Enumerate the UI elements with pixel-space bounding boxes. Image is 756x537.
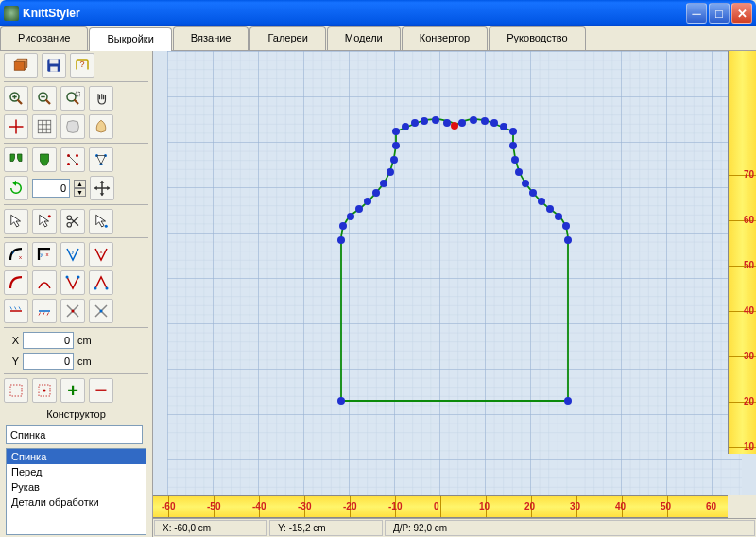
zoom-out-icon[interactable] bbox=[32, 86, 57, 111]
svg-point-59 bbox=[100, 310, 103, 313]
tab-knitting[interactable]: Вязание bbox=[173, 26, 249, 50]
node-points-icon[interactable] bbox=[60, 147, 85, 172]
svg-point-78 bbox=[509, 128, 517, 135]
handle-6-icon[interactable] bbox=[32, 299, 57, 323]
box-icon[interactable] bbox=[4, 53, 38, 78]
svg-rect-60 bbox=[10, 385, 22, 396]
svg-marker-40 bbox=[40, 215, 49, 227]
tab-drawing[interactable]: Рисование bbox=[0, 26, 88, 50]
status-d: Д/Р: 92,0 cm bbox=[385, 520, 755, 536]
tab-patterns[interactable]: Выкройки bbox=[89, 27, 171, 51]
svg-marker-39 bbox=[11, 215, 21, 227]
list-item[interactable]: Рукав bbox=[7, 479, 146, 494]
svg-marker-32 bbox=[12, 181, 16, 186]
y-input[interactable] bbox=[23, 353, 74, 370]
list-item[interactable]: Перед bbox=[7, 464, 146, 479]
grid-icon[interactable] bbox=[32, 114, 57, 139]
parts-listbox[interactable]: Спинка Перед Рукав Детали обработки bbox=[6, 448, 146, 535]
minimize-button[interactable]: ─ bbox=[686, 3, 707, 24]
snap-icon[interactable] bbox=[60, 114, 85, 139]
svg-line-28 bbox=[69, 156, 77, 165]
handle-yx3-icon[interactable]: y bbox=[60, 242, 85, 267]
handle-2-icon[interactable] bbox=[32, 270, 57, 295]
tab-converter[interactable]: Конвертор bbox=[402, 26, 488, 50]
svg-point-89 bbox=[509, 142, 517, 149]
svg-marker-35 bbox=[100, 181, 105, 183]
maximize-button[interactable]: □ bbox=[709, 3, 730, 24]
handle-3-icon[interactable] bbox=[60, 270, 85, 295]
zoom-region-icon[interactable] bbox=[60, 86, 85, 111]
spin-up[interactable]: ▲ bbox=[74, 180, 86, 188]
arrow-points-icon[interactable] bbox=[32, 209, 57, 234]
help-icon[interactable]: ? bbox=[70, 53, 94, 78]
svg-text:x: x bbox=[19, 254, 22, 260]
svg-point-67 bbox=[402, 123, 409, 130]
svg-point-42 bbox=[67, 223, 72, 228]
drawing-canvas[interactable] bbox=[153, 51, 756, 495]
svg-point-66 bbox=[392, 128, 400, 135]
rotate-icon[interactable] bbox=[4, 176, 28, 200]
save-icon[interactable] bbox=[42, 53, 66, 78]
svg-point-77 bbox=[500, 123, 507, 130]
move-handle-icon[interactable] bbox=[90, 176, 114, 200]
minus-icon[interactable]: − bbox=[89, 378, 113, 403]
svg-point-55 bbox=[77, 276, 80, 279]
pan-icon[interactable] bbox=[89, 86, 113, 111]
spin-down[interactable]: ▼ bbox=[74, 188, 86, 197]
zoom-in-icon[interactable] bbox=[4, 86, 28, 111]
handle-5-icon[interactable] bbox=[4, 299, 28, 323]
status-bar: X: -60,0 cm Y: -15,2 cm Д/Р: 92,0 cm bbox=[153, 518, 756, 537]
crosshair-icon[interactable] bbox=[4, 114, 28, 139]
y-unit: cm bbox=[77, 355, 92, 367]
svg-point-97 bbox=[562, 222, 570, 230]
pieces-green-icon[interactable] bbox=[4, 147, 28, 172]
svg-point-72 bbox=[451, 122, 458, 130]
pieces-green2-icon[interactable] bbox=[32, 147, 57, 172]
rotation-input[interactable] bbox=[32, 179, 70, 198]
svg-rect-0 bbox=[14, 61, 25, 70]
svg-point-70 bbox=[432, 116, 439, 124]
tab-galleries[interactable]: Галереи bbox=[249, 26, 325, 50]
svg-point-90 bbox=[511, 156, 519, 164]
svg-point-86 bbox=[347, 213, 354, 220]
close-button[interactable]: ✕ bbox=[731, 3, 752, 24]
handle-yx1-icon[interactable]: yx bbox=[4, 242, 28, 267]
arrow-point-icon[interactable] bbox=[89, 209, 113, 234]
handle-yx2-icon[interactable]: yx bbox=[32, 242, 57, 267]
tab-models[interactable]: Модели bbox=[327, 26, 401, 50]
svg-point-85 bbox=[355, 205, 363, 213]
svg-point-74 bbox=[470, 116, 477, 124]
svg-point-98 bbox=[564, 236, 572, 244]
svg-point-58 bbox=[72, 310, 75, 313]
svg-line-8 bbox=[18, 100, 23, 105]
svg-text:x: x bbox=[46, 251, 49, 257]
svg-point-88 bbox=[337, 236, 345, 244]
svg-point-100 bbox=[564, 397, 572, 405]
x-input[interactable] bbox=[23, 332, 74, 349]
handle-yx4-icon[interactable]: x bbox=[89, 242, 113, 267]
handle-1-icon[interactable] bbox=[4, 270, 28, 295]
shell-icon[interactable] bbox=[89, 114, 113, 139]
list-item[interactable]: Детали обработки bbox=[7, 494, 146, 510]
status-x: X: -60,0 cm bbox=[154, 520, 267, 536]
scissors-icon[interactable] bbox=[60, 209, 85, 234]
window-title: KnittStyler bbox=[23, 7, 684, 20]
svg-line-15 bbox=[75, 100, 79, 105]
svg-point-43 bbox=[67, 216, 72, 220]
handle-8-icon[interactable] bbox=[89, 299, 113, 323]
current-part-input[interactable] bbox=[6, 425, 143, 444]
svg-point-56 bbox=[94, 287, 97, 290]
handle-4-icon[interactable] bbox=[89, 270, 113, 295]
marquee-point-icon[interactable] bbox=[32, 378, 57, 403]
handle-7-icon[interactable] bbox=[60, 299, 85, 323]
node-disp-icon[interactable] bbox=[89, 147, 113, 172]
marquee-icon[interactable] bbox=[4, 378, 28, 403]
svg-point-94 bbox=[538, 198, 545, 205]
list-item[interactable]: Спинка bbox=[7, 449, 146, 464]
svg-rect-4 bbox=[50, 59, 59, 63]
plus-icon[interactable]: + bbox=[60, 378, 85, 403]
constructor-label: Конструктор bbox=[0, 405, 152, 424]
tab-manual[interactable]: Руководство bbox=[489, 26, 585, 50]
arrow-icon[interactable] bbox=[4, 209, 28, 234]
svg-point-68 bbox=[411, 119, 419, 127]
